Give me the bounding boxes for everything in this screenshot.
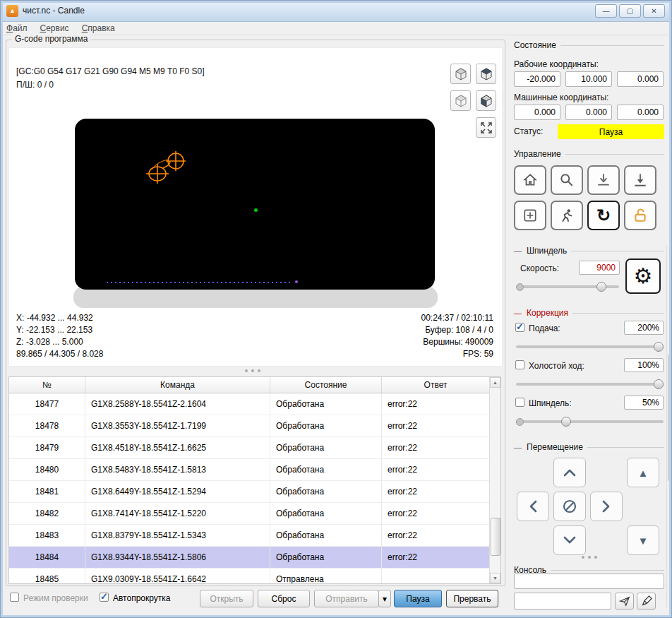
zero-z-icon [632, 172, 648, 188]
panel-scrollbar-thumb[interactable] [668, 355, 671, 481]
send-button[interactable]: Отправить [314, 590, 379, 607]
splitter-handle[interactable] [6, 369, 499, 372]
spindle-override-value: 50% [624, 396, 664, 410]
table-row[interactable]: 18478 G1X8.3553Y-18.5541Z-1.7199 Обработ… [9, 415, 490, 437]
panel-scrollbar[interactable] [666, 246, 672, 607]
gcode-panel-title: G-code программа [12, 34, 90, 44]
runner-icon [559, 208, 575, 223]
feed-override-slider[interactable] [516, 342, 664, 352]
send-command-button[interactable] [615, 593, 634, 610]
col-header-state[interactable]: Состояние [270, 377, 382, 393]
scroll-down-icon[interactable]: ▼ [490, 573, 500, 583]
jog-left-button[interactable] [517, 492, 549, 521]
jog-panel-title[interactable]: Перемещение [514, 442, 664, 452]
menu-file[interactable]: Файл [0, 22, 34, 35]
unlock-button[interactable] [624, 201, 656, 230]
visualizer[interactable]: [GC:G0 G54 G17 G21 G90 G94 M5 M9 T0 F0 S… [8, 47, 503, 367]
autoscroll-checkbox[interactable] [100, 593, 109, 602]
pause-button[interactable]: Пауза [394, 590, 442, 607]
override-panel-title[interactable]: Коррекция [514, 308, 664, 318]
z-down-button[interactable]: ▼ [627, 525, 659, 555]
table-row[interactable]: 18481 G1X8.6449Y-18.5541Z-1.5294 Обработ… [9, 481, 490, 503]
progress-text: П/Ш: 0 / 0 [16, 78, 205, 92]
spindle-override-checkbox[interactable] [515, 398, 524, 407]
reset-button[interactable]: ↻ [587, 201, 620, 230]
paper-plane-icon [619, 595, 630, 607]
view-front-button[interactable] [450, 90, 471, 111]
slider-handle[interactable] [654, 342, 664, 352]
slider-handle[interactable] [596, 282, 606, 292]
table-row[interactable]: 18485 G1X9.0309Y-18.5541Z-1.6642 Отправл… [9, 569, 490, 584]
table-row[interactable]: 18482 G1X8.7414Y-18.5541Z-1.5220 Обработ… [9, 503, 490, 525]
cell-num: 18477 [9, 393, 85, 415]
buffer-stat: Буфер: 108 / 4 / 0 [421, 324, 493, 336]
minimize-button[interactable]: — [595, 4, 617, 18]
check-mode-checkbox[interactable] [10, 593, 19, 602]
spindle-override-label: Шпиндель: [529, 398, 572, 408]
col-header-response[interactable]: Ответ [382, 377, 490, 393]
work-coord-y[interactable]: 10.000 [565, 71, 612, 87]
view-top-button[interactable] [476, 64, 496, 84]
reset-button-footer[interactable]: Сброс [258, 590, 310, 607]
jog-up-button[interactable] [553, 458, 586, 487]
console-input[interactable] [514, 593, 611, 610]
abort-button[interactable]: Прервать [446, 590, 498, 607]
close-button[interactable]: ✕ [643, 4, 665, 18]
spindle-toggle-button[interactable]: ⚙ [625, 259, 661, 294]
cell-command: G1X8.7414Y-18.5541Z-1.5220 [85, 503, 270, 524]
table-row[interactable]: 18480 G1X8.5483Y-18.5541Z-1.5813 Обработ… [9, 459, 490, 481]
jog-right-button[interactable] [590, 492, 623, 521]
maximize-button[interactable]: ▢ [619, 4, 641, 18]
panel-splitter-handle[interactable] [514, 556, 664, 559]
zoom-fit-button[interactable] [551, 165, 583, 195]
machine-coord-z: 0.000 [617, 105, 664, 120]
restore-origin-button[interactable] [514, 201, 546, 230]
menu-help[interactable]: Справка [76, 22, 121, 35]
view-isometric-button[interactable] [450, 64, 471, 84]
spindle-speed-field[interactable]: 9000 [579, 261, 620, 275]
work-coord-x[interactable]: -20.000 [514, 71, 560, 87]
cube-icon [480, 95, 493, 107]
toolpath-canvas[interactable] [75, 119, 435, 290]
cell-num: 18478 [9, 415, 85, 436]
spindle-speed-slider[interactable] [516, 282, 619, 292]
fit-view-button[interactable] [476, 117, 496, 138]
menu-service[interactable]: Сервис [34, 22, 76, 35]
jog-stop-button[interactable] [553, 492, 586, 521]
feed-override-checkbox[interactable] [515, 323, 524, 332]
z-range: Z: -3.028 ... 5.000 [16, 336, 103, 348]
table-row[interactable]: 18484 G1X8.9344Y-18.5541Z-1.5806 Обработ… [9, 547, 490, 569]
z-probe-button[interactable] [587, 165, 620, 195]
col-header-command[interactable]: Команда [85, 377, 270, 393]
check-mode-label: Режим проверки [23, 593, 88, 603]
work-coord-z[interactable]: 0.000 [617, 71, 664, 87]
home-icon [522, 172, 538, 188]
clear-console-button[interactable] [637, 593, 656, 610]
spindle-panel-title[interactable]: Шпиндель [514, 246, 664, 256]
cell-num: 18483 [9, 525, 85, 546]
table-row[interactable]: 18477 G1X8.2588Y-18.5541Z-2.1604 Обработ… [9, 393, 490, 415]
home-button[interactable] [514, 165, 546, 195]
col-header-number[interactable]: № [9, 377, 85, 393]
z-up-button[interactable]: ▲ [627, 458, 659, 487]
table-row[interactable]: 18479 G1X8.4518Y-18.5541Z-1.6625 Обработ… [9, 437, 490, 459]
slider-handle[interactable] [561, 417, 571, 427]
rapid-override-slider[interactable] [516, 379, 664, 389]
zero-z-button[interactable] [624, 165, 656, 195]
view-left-button[interactable] [476, 90, 496, 111]
tool-position-marker [254, 208, 258, 212]
table-row[interactable]: 18483 G1X8.8379Y-18.5541Z-1.5343 Обработ… [9, 525, 490, 547]
safe-position-button[interactable] [551, 201, 583, 230]
spindle-override-slider[interactable] [516, 417, 664, 427]
jog-down-button[interactable] [553, 525, 586, 555]
send-dropdown-button[interactable]: ▾ [378, 590, 391, 607]
scroll-up-icon[interactable]: ▲ [490, 377, 500, 388]
cell-response: error:22 [382, 459, 490, 480]
scrollbar-thumb[interactable] [491, 518, 500, 557]
runtime-stats: 00:24:37 / 02:10:11 Буфер: 108 / 4 / 0 В… [421, 312, 493, 360]
slider-handle[interactable] [654, 379, 664, 389]
open-button[interactable]: Открыть [200, 590, 253, 607]
table-scrollbar[interactable]: ▲ ▼ [489, 377, 500, 583]
rapid-override-checkbox[interactable] [515, 360, 524, 369]
chevron-left-icon [527, 499, 539, 514]
